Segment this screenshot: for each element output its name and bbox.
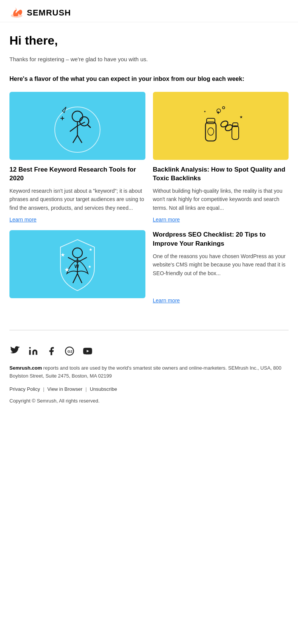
intro-text: Thanks for registering – we're glad to h… (9, 55, 289, 64)
svg-text:G2: G2 (68, 350, 73, 354)
footer-description-text: reports and tools are used by the world'… (9, 365, 281, 379)
semrush-logo-icon (9, 8, 24, 18)
keyword-illustration (40, 96, 115, 156)
youtube-icon[interactable] (82, 345, 93, 357)
svg-text:★: ★ (239, 115, 243, 119)
svg-line-26 (77, 257, 87, 262)
article-card-wordpress-image: W ★ ★ ★ ★ (9, 230, 145, 303)
article-excerpt-keyword: Keyword research isn't just about a "key… (9, 187, 145, 212)
svg-text:W: W (74, 263, 79, 269)
footer-description: Semrush.com reports and tools are used b… (9, 364, 289, 380)
unsubscribe-link[interactable]: Unsubscribe (90, 386, 117, 392)
learn-more-keyword[interactable]: Learn more (9, 217, 145, 223)
svg-rect-12 (205, 122, 216, 141)
section-heading: Here's a flavor of the what you can expe… (9, 74, 289, 84)
svg-text:★: ★ (64, 266, 69, 273)
footer-links-row: Privacy Policy | View in Browser | Unsub… (9, 386, 289, 392)
svg-point-34 (29, 347, 31, 348)
article-card-keyword-research: 12 Best Free Keyword Research Tools for … (9, 92, 145, 223)
articles-top-grid: 12 Best Free Keyword Research Tools for … (9, 92, 289, 223)
content-area: Hi there, Thanks for registering – we're… (0, 22, 298, 319)
wordpress-illustration: W ★ ★ ★ ★ (40, 230, 115, 298)
svg-text:✦: ✦ (204, 110, 206, 113)
logo-area: SEMRUSH (9, 8, 289, 18)
svg-line-6 (73, 135, 77, 143)
svg-text:★: ★ (88, 265, 91, 269)
svg-point-2 (72, 111, 83, 122)
twitter-icon[interactable] (9, 345, 21, 357)
svg-point-23 (222, 107, 225, 109)
social-icons-row: G2 (9, 345, 289, 357)
semrush-logo-text: SEMRUSH (27, 8, 71, 18)
article-image-keyword (9, 92, 145, 160)
article-title-backlink: Backlink Analysis: How to Spot Quality a… (153, 165, 289, 183)
email-wrapper: SEMRUSH Hi there, Thanks for registering… (0, 0, 298, 415)
privacy-policy-link[interactable]: Privacy Policy (9, 386, 40, 392)
greeting-heading: Hi there, (9, 34, 289, 48)
article-title-keyword: 12 Best Free Keyword Research Tools for … (9, 165, 145, 183)
email-header: SEMRUSH (0, 0, 298, 22)
footer-separator-2: | (85, 386, 86, 392)
article-title-wordpress: Wordpress SEO Checklist: 20 Tips to Impr… (153, 230, 289, 248)
backlink-illustration: ✦ ★ ✦ (183, 96, 258, 156)
articles-bottom-row: W ★ ★ ★ ★ Wordpress SEO Checklist: 20 Ti… (9, 230, 289, 303)
article-excerpt-wordpress: One of the reasons you have chosen WordP… (153, 252, 289, 293)
svg-text:★: ★ (60, 252, 65, 258)
footer-separator-1: | (43, 386, 44, 392)
svg-point-14 (208, 128, 214, 135)
svg-line-28 (77, 274, 82, 283)
learn-more-wordpress[interactable]: Learn more (153, 297, 289, 303)
view-in-browser-link[interactable]: View in Browser (47, 386, 82, 392)
svg-point-24 (73, 248, 82, 258)
facebook-icon[interactable] (46, 345, 57, 357)
svg-line-4 (70, 126, 77, 132)
svg-line-9 (87, 124, 91, 128)
copyright-text: Copyright © Semrush, All rights reserved… (9, 398, 289, 404)
article-image-backlink: ✦ ★ ✦ (153, 92, 289, 160)
learn-more-backlink[interactable]: Learn more (153, 217, 289, 223)
article-excerpt-backlink: Without building high-quality links, the… (153, 187, 289, 212)
footer: G2 Semrush.com reports and tools are use… (0, 342, 298, 415)
article-card-wordpress-text: Wordpress SEO Checklist: 20 Tips to Impr… (153, 230, 289, 303)
svg-point-15 (220, 119, 229, 128)
g2-icon[interactable]: G2 (64, 345, 75, 357)
svg-rect-17 (232, 126, 239, 139)
linkedin-icon[interactable] (28, 345, 39, 357)
svg-line-25 (68, 257, 77, 262)
svg-rect-13 (207, 118, 215, 124)
svg-text:★: ★ (89, 247, 93, 252)
svg-line-27 (73, 274, 77, 283)
svg-line-7 (77, 135, 82, 143)
article-image-wordpress: W ★ ★ ★ ★ (9, 230, 145, 298)
footer-brand: Semrush.com (9, 365, 42, 371)
article-card-backlink: ✦ ★ ✦ Backlink Analysis: How to Spot Qua… (153, 92, 289, 223)
footer-divider (9, 330, 289, 330)
